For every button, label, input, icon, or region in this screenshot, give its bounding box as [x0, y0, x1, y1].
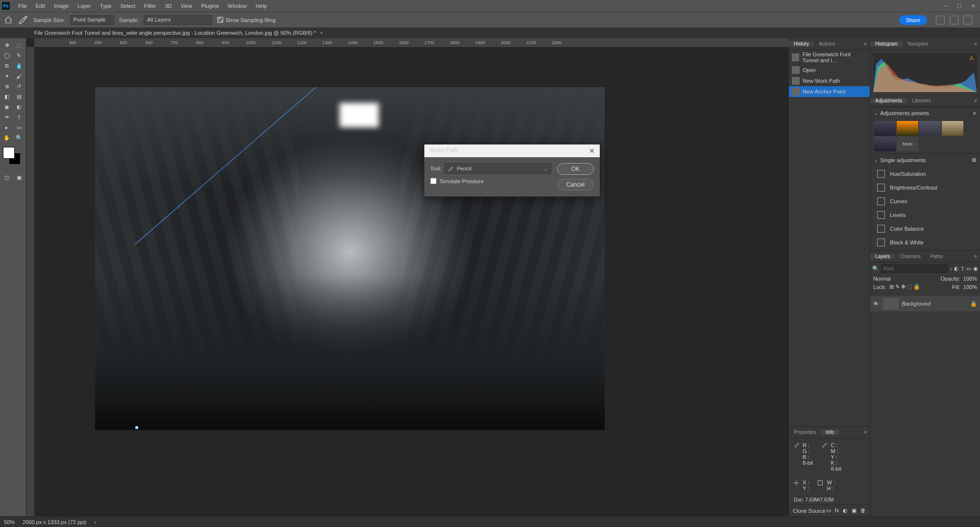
hand-tool[interactable]: ✋: [1, 133, 13, 143]
close-button[interactable]: ✕: [966, 0, 980, 12]
tab-info[interactable]: Info: [821, 430, 839, 435]
menu-window[interactable]: Window: [223, 3, 251, 9]
visibility-icon[interactable]: 👁: [873, 301, 880, 307]
history-item[interactable]: New Work Path: [789, 75, 870, 86]
maximize-button[interactable]: ☐: [953, 0, 966, 12]
shape-tool[interactable]: ▭: [13, 122, 25, 133]
eyedropper-icon[interactable]: [18, 15, 28, 25]
color-swatches[interactable]: [3, 147, 23, 167]
history-item[interactable]: Open: [789, 65, 870, 75]
history-item[interactable]: New Anchor Point: [789, 86, 870, 97]
filter-icon[interactable]: ▫: [950, 266, 952, 272]
icon[interactable]: ◐: [843, 507, 848, 514]
adj-black-white[interactable]: Black & White: [870, 236, 980, 249]
minimize-button[interactable]: ─: [939, 0, 953, 12]
preset-more[interactable]: More: [897, 137, 918, 151]
filter-icon[interactable]: T: [961, 266, 964, 272]
sample-size-select[interactable]: Point Sample: [70, 15, 114, 25]
layer-filter-input[interactable]: [881, 264, 948, 273]
tab-histogram[interactable]: Histogram: [870, 41, 903, 47]
tab-channels[interactable]: Channels: [895, 254, 925, 259]
adj-color-balance[interactable]: Color Balance: [870, 222, 980, 236]
tool-select[interactable]: Pencil ⌄: [444, 163, 551, 174]
pen-tool[interactable]: ✒: [1, 112, 13, 122]
menu-image[interactable]: Image: [49, 3, 74, 9]
lock-icon[interactable]: 🔒: [970, 301, 977, 307]
menu-file[interactable]: File: [14, 3, 31, 9]
dialog-close-icon[interactable]: ✕: [589, 147, 595, 155]
history-brush-tool[interactable]: ↺: [13, 81, 25, 92]
foreground-color-swatch[interactable]: [3, 147, 15, 159]
menu-help[interactable]: Help: [251, 3, 271, 9]
icon[interactable]: ▭: [826, 507, 831, 514]
help-icon[interactable]: [950, 16, 958, 24]
blend-mode-select[interactable]: Normal: [873, 276, 890, 282]
gradient-tool[interactable]: ▤: [13, 92, 25, 102]
preset-thumb[interactable]: [874, 137, 896, 151]
menu-type[interactable]: Type: [96, 3, 116, 9]
icon[interactable]: ▣: [852, 507, 857, 514]
menu-3d[interactable]: 3D: [161, 3, 176, 9]
adj-curves[interactable]: Curves: [870, 194, 980, 208]
workspace-icon[interactable]: [963, 16, 972, 24]
search-icon[interactable]: [936, 16, 945, 24]
panel-menu-icon[interactable]: ≡: [861, 41, 870, 47]
panel-menu-icon[interactable]: ≡: [971, 254, 980, 259]
filter-icon[interactable]: ◐: [954, 265, 959, 272]
icon[interactable]: 🗑: [860, 507, 866, 514]
canvas-area[interactable]: 3004005006007008009001000110012001300140…: [26, 38, 789, 516]
canvas-image[interactable]: [95, 87, 605, 430]
menu-view[interactable]: View: [176, 3, 197, 9]
tab-history[interactable]: History: [789, 41, 814, 47]
cancel-button[interactable]: Cancel: [557, 179, 594, 191]
eyedropper-tool[interactable]: 💧: [13, 61, 25, 71]
tab-properties[interactable]: Properties: [789, 430, 821, 435]
spot-heal-tool[interactable]: ✦: [1, 71, 13, 81]
single-adjustments-header[interactable]: ⌄Single adjustments⊞: [870, 154, 980, 166]
tab-navigator[interactable]: Navigator: [903, 41, 933, 47]
tab-clone-source[interactable]: Clone Source: [793, 508, 826, 514]
tab-actions[interactable]: Actions: [814, 41, 840, 47]
warning-icon[interactable]: ⚠: [969, 55, 974, 61]
preset-thumb[interactable]: [897, 121, 918, 136]
screenmode-tool[interactable]: ▣: [13, 172, 25, 183]
zoom-tool[interactable]: 🔍: [13, 133, 25, 143]
layer-thumbnail[interactable]: [883, 298, 899, 310]
zoom-level[interactable]: 50%: [4, 519, 15, 525]
brush-tool[interactable]: 🖌: [13, 71, 25, 81]
document-tab[interactable]: File Greenwich Foot Tunnel and lines_wid…: [0, 27, 980, 38]
crop-tool[interactable]: ⧉: [1, 61, 13, 71]
preset-thumb[interactable]: [919, 121, 941, 136]
tab-adjustments[interactable]: Adjustments: [870, 98, 907, 103]
menu-select[interactable]: Select: [116, 3, 140, 9]
filter-icon[interactable]: ◉: [973, 265, 978, 272]
blur-tool[interactable]: ◉: [1, 102, 13, 112]
panel-menu-icon[interactable]: ≡: [971, 41, 980, 47]
path-select-tool[interactable]: ▸: [1, 122, 13, 133]
panel-menu-icon[interactable]: ≡: [861, 430, 870, 435]
clone-tool[interactable]: ⊕: [1, 81, 13, 92]
home-icon[interactable]: [4, 16, 13, 24]
quick-select-tool[interactable]: ✎: [13, 50, 25, 61]
adj-levels[interactable]: Levels: [870, 208, 980, 222]
adjustments-presets-header[interactable]: ⌄Adjustments presets≡: [870, 107, 980, 119]
chevron-right-icon[interactable]: ›: [94, 519, 96, 525]
menu-layer[interactable]: Layer: [73, 3, 96, 9]
move-tool[interactable]: ✥: [1, 40, 13, 50]
icon[interactable]: fx: [835, 507, 839, 514]
filter-icon[interactable]: ▭: [966, 265, 971, 272]
menu-plugins[interactable]: Plugins: [196, 3, 223, 9]
eraser-tool[interactable]: ◧: [1, 92, 13, 102]
adj-brightness-contrast[interactable]: Brightness/Contrast: [870, 181, 980, 194]
history-snapshot[interactable]: File Greenwich Foot Tunnel and l...: [789, 50, 870, 65]
lasso-tool[interactable]: ◯: [1, 50, 13, 61]
simulate-pressure-checkbox[interactable]: Simulate Pressure: [430, 178, 551, 184]
adj-hue-saturation[interactable]: Hue/Saturation: [870, 167, 980, 181]
type-tool[interactable]: T: [13, 112, 25, 122]
preset-thumb[interactable]: [942, 121, 963, 136]
dodge-tool[interactable]: ◐: [13, 102, 25, 112]
tab-paths[interactable]: Paths: [926, 254, 948, 259]
menu-edit[interactable]: Edit: [31, 3, 49, 9]
preset-thumb[interactable]: [874, 121, 896, 136]
tab-layers[interactable]: Layers: [870, 254, 895, 259]
